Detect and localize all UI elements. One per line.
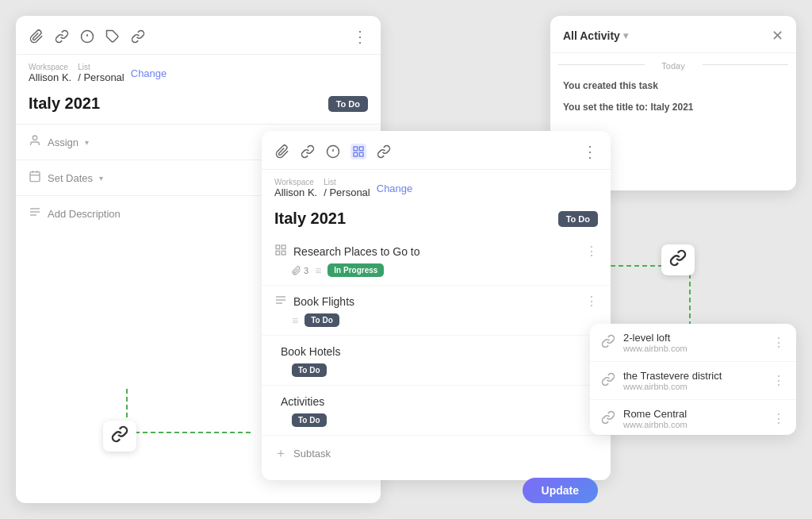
subtask-status-4[interactable]: To Do	[292, 413, 327, 427]
svg-rect-5	[30, 172, 40, 182]
plus-icon: ＋	[274, 445, 287, 462]
svg-rect-15	[354, 147, 358, 151]
activity-entry-1: You created this task	[550, 75, 796, 97]
workspace-value: Allison K.	[29, 71, 71, 83]
subtask-status-2[interactable]: To Do	[304, 313, 339, 327]
update-button[interactable]: Update	[523, 478, 598, 503]
main-list-value: / Personal	[324, 186, 370, 198]
link-item-3: Rome Central www.airbnb.com ⋮	[590, 400, 796, 437]
activity-entry-2: You set the title to: Italy 2021	[550, 97, 796, 118]
add-description-label: Add Description	[48, 208, 121, 220]
floating-chain-right	[661, 244, 695, 275]
back-breadcrumb: Workspace Allison K. List / Personal Cha…	[16, 55, 381, 86]
subtask-title-2: Book Flights	[293, 295, 579, 308]
svg-rect-16	[359, 147, 363, 151]
link-chain-icon-2	[601, 372, 615, 390]
main-chain-icon[interactable]	[376, 144, 392, 160]
back-status-badge[interactable]: To Do	[328, 96, 368, 112]
assign-icon	[29, 134, 41, 150]
link-chain-icon-3	[601, 410, 615, 428]
link-item-1: 2-level loft www.airbnb.com ⋮	[590, 324, 796, 362]
main-task-card: ⋮ Workspace Allison K. List / Personal C…	[262, 131, 611, 480]
main-link-icon[interactable]	[300, 144, 316, 160]
assign-label: Assign	[48, 136, 79, 148]
link-chain-icon-1	[601, 334, 615, 352]
subtask-status-3[interactable]: To Do	[292, 363, 327, 377]
link-name-2: the Trastevere district	[623, 370, 764, 382]
main-change-button[interactable]: Change	[377, 183, 413, 194]
svg-rect-21	[282, 251, 285, 255]
subtask-item-2: Book Flights ⋮ ≡ To Do	[262, 286, 611, 336]
subtask-lines-1: ≡	[315, 264, 321, 277]
close-icon[interactable]: ✕	[772, 27, 783, 44]
workspace-label: Workspace	[29, 63, 71, 71]
main-workspace-value: Allison K.	[274, 186, 317, 198]
floating-chain-left	[103, 421, 136, 452]
link-info-2: the Trastevere district www.airbnb.com	[623, 370, 764, 391]
svg-point-4	[33, 136, 36, 140]
link-item-2: the Trastevere district www.airbnb.com ⋮	[590, 362, 796, 400]
svg-rect-17	[359, 152, 363, 156]
link-more-2[interactable]: ⋮	[772, 373, 785, 388]
today-divider: Today	[550, 53, 796, 75]
link-name-3: Rome Central	[623, 408, 764, 420]
subtask-item-4: Activities ⋮ To Do	[262, 386, 611, 436]
subtask-icon-1	[274, 244, 287, 259]
list-value: / Personal	[78, 71, 124, 83]
link-more-3[interactable]: ⋮	[772, 411, 785, 426]
change-button[interactable]: Change	[131, 67, 167, 79]
main-clip-icon[interactable]	[274, 144, 290, 160]
subtask-lines-2: ≡	[292, 314, 298, 327]
main-warning-icon[interactable]	[325, 144, 341, 160]
link-name-1: 2-level loft	[623, 332, 764, 344]
main-title-row: Italy 2021 To Do	[262, 202, 611, 236]
subtask-title-3: Book Hotels	[281, 345, 579, 358]
add-subtask-label: Subtask	[293, 448, 331, 459]
main-more-icon[interactable]: ⋮	[582, 142, 598, 161]
subtask-status-1[interactable]: In Progress	[327, 263, 384, 277]
svg-rect-22	[276, 251, 280, 255]
main-breadcrumb: Workspace Allison K. List / Personal Cha…	[262, 170, 611, 202]
warning-icon[interactable]	[79, 29, 95, 44]
main-toolbar: ⋮	[262, 131, 611, 170]
link-url-2: www.airbnb.com	[623, 382, 764, 391]
svg-rect-20	[282, 245, 285, 249]
main-list-label: List	[324, 178, 370, 186]
subtask-title-4: Activities	[281, 395, 579, 408]
clip-icon[interactable]	[29, 29, 44, 44]
subtask-attach-1: 3	[292, 266, 308, 275]
subtask-more-2[interactable]: ⋮	[585, 294, 598, 309]
links-card: 2-level loft www.airbnb.com ⋮ the Traste…	[590, 324, 796, 435]
main-subtask-icon[interactable]	[350, 144, 366, 160]
activity-arrow[interactable]: ▾	[623, 30, 628, 41]
description-icon	[29, 206, 41, 221]
more-icon[interactable]: ⋮	[352, 27, 368, 46]
dates-chevron: ▾	[99, 174, 103, 183]
link-info-1: 2-level loft www.airbnb.com	[623, 332, 764, 353]
chain-icon[interactable]	[130, 29, 146, 44]
link-more-1[interactable]: ⋮	[772, 335, 785, 350]
add-subtask-row[interactable]: ＋ Subtask	[262, 436, 611, 471]
assign-chevron: ▾	[85, 138, 89, 147]
svg-rect-19	[276, 245, 280, 249]
subtask-more-1[interactable]: ⋮	[585, 244, 598, 259]
activity-title: All Activity ▾	[563, 29, 772, 42]
back-toolbar: ⋮	[16, 16, 381, 55]
link-info-3: Rome Central www.airbnb.com	[623, 408, 764, 429]
subtask-icon-2	[274, 294, 287, 309]
svg-rect-18	[354, 152, 358, 156]
link-url-3: www.airbnb.com	[623, 420, 764, 429]
tag-icon[interactable]	[105, 29, 121, 44]
link-icon[interactable]	[54, 29, 70, 44]
main-workspace-label: Workspace	[274, 178, 317, 186]
subtask-item-1: Research Places to Go to ⋮ 3 ≡ In Progre…	[262, 236, 611, 286]
main-status-badge[interactable]: To Do	[558, 211, 598, 227]
list-label: List	[78, 63, 124, 71]
subtask-item-3: Book Hotels ⋮ To Do	[262, 336, 611, 386]
activity-header: All Activity ▾ ✕	[550, 16, 796, 53]
main-task-title: Italy 2021	[274, 210, 549, 228]
calendar-icon	[29, 170, 41, 186]
back-task-title: Italy 2021	[29, 94, 319, 113]
subtask-title-1: Research Places to Go to	[293, 245, 579, 258]
link-url-1: www.airbnb.com	[623, 344, 764, 353]
